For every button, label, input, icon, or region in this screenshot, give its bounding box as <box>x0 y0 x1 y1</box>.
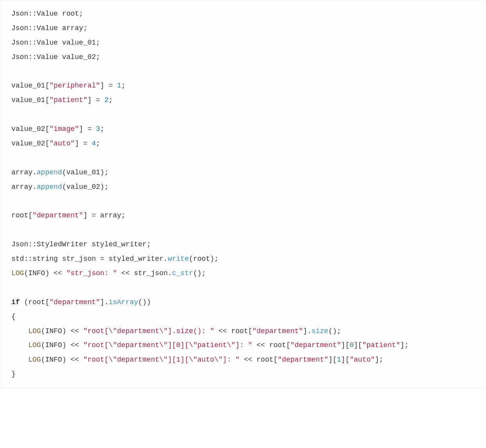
code-content: Json::Value root; Json::Value array; Jso… <box>11 7 475 382</box>
code-block: Json::Value root; Json::Value array; Jso… <box>0 0 486 388</box>
